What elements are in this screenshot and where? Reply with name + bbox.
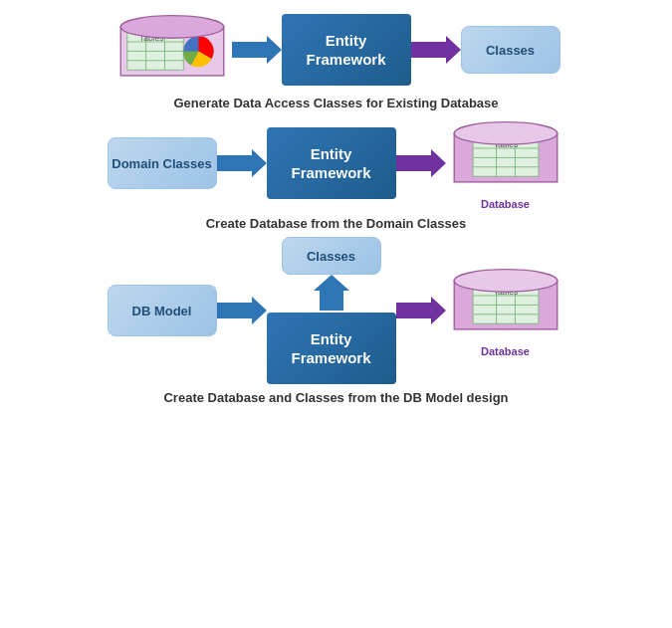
row3-flow: DB Model Classes: [108, 237, 565, 384]
row1-arrow1: [232, 32, 282, 68]
row3-ef-with-classes: Classes EntityFramework: [267, 237, 396, 384]
row3-database-output: Tables Database: [446, 264, 565, 357]
svg-point-34: [454, 270, 558, 293]
row3-database-icon: Tables: [446, 264, 565, 343]
row3-arrow1: [217, 293, 267, 328]
svg-marker-24: [314, 275, 349, 311]
row2-caption: Create Database from the Domain Classes: [206, 216, 467, 231]
svg-marker-10: [232, 36, 282, 64]
row1-arrow2: [411, 32, 461, 68]
row1-database-icon: Tables: [112, 10, 232, 90]
row3-classes-above: Classes: [282, 237, 381, 311]
row1-flow: Tables EntityFramework: [112, 10, 560, 90]
row3-db-label: Database: [481, 345, 530, 357]
row3-dbmodel-box: DB Model: [108, 285, 217, 336]
row2-domain-classes-box: Domain Classes: [108, 137, 217, 189]
row2-flow: Domain Classes EntityFramework: [108, 116, 565, 210]
row2-database-icon: Tables: [446, 116, 565, 196]
row2-db-label: Database: [481, 198, 530, 210]
row3-up-arrow: [282, 275, 381, 311]
svg-marker-13: [396, 149, 446, 177]
row1-ef-box: EntityFramework: [282, 14, 411, 86]
row3-caption: Create Database and Classes from the DB …: [163, 390, 508, 405]
svg-marker-12: [217, 149, 267, 177]
svg-point-22: [454, 122, 558, 145]
row3-arrow2: [396, 293, 446, 328]
row1-caption: Generate Data Access Classes for Existin…: [173, 96, 498, 110]
svg-marker-25: [396, 297, 446, 324]
row1-classes-box: Classes: [461, 26, 560, 74]
row2-arrow2: [396, 145, 446, 181]
row2-database-output: Tables Database: [446, 116, 565, 210]
svg-point-9: [120, 16, 224, 39]
row3-classes-box: Classes: [282, 237, 381, 275]
row1: Tables EntityFramework: [112, 10, 560, 110]
svg-marker-11: [411, 36, 461, 64]
row2: Domain Classes EntityFramework: [108, 116, 565, 231]
row3: DB Model Classes: [108, 237, 565, 405]
row3-ef-box: EntityFramework: [267, 313, 396, 384]
row2-arrow1: [217, 145, 267, 181]
row2-ef-box: EntityFramework: [267, 127, 396, 199]
svg-marker-23: [217, 297, 267, 324]
